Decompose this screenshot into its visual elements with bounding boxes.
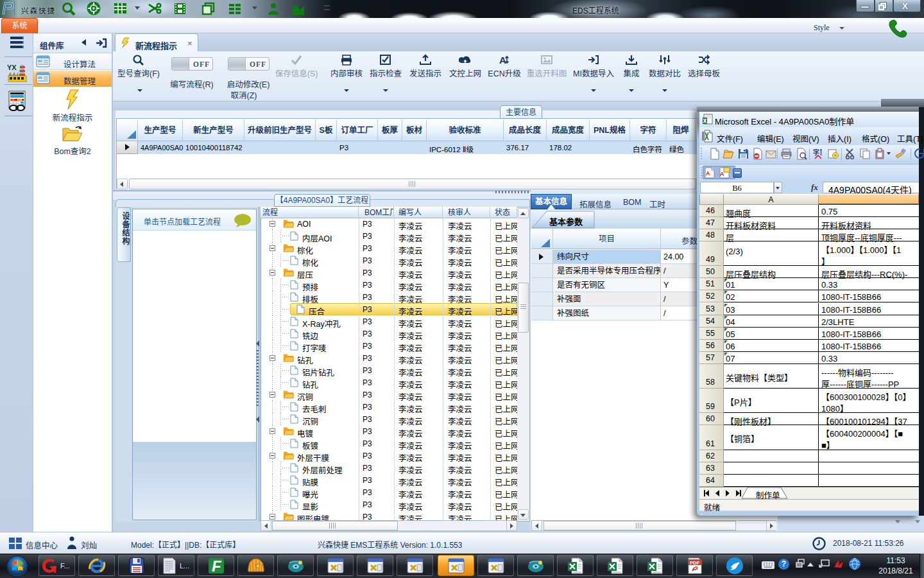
svg-text:PDF: PDF bbox=[690, 560, 699, 566]
svg-text:字: 字 bbox=[813, 148, 819, 156]
svg-text:A: A bbox=[720, 171, 724, 177]
svg-text:YX: YX bbox=[7, 64, 17, 71]
svg-text:A: A bbox=[706, 170, 710, 177]
svg-text:A: A bbox=[499, 55, 506, 66]
svg-text:F: F bbox=[212, 557, 222, 575]
